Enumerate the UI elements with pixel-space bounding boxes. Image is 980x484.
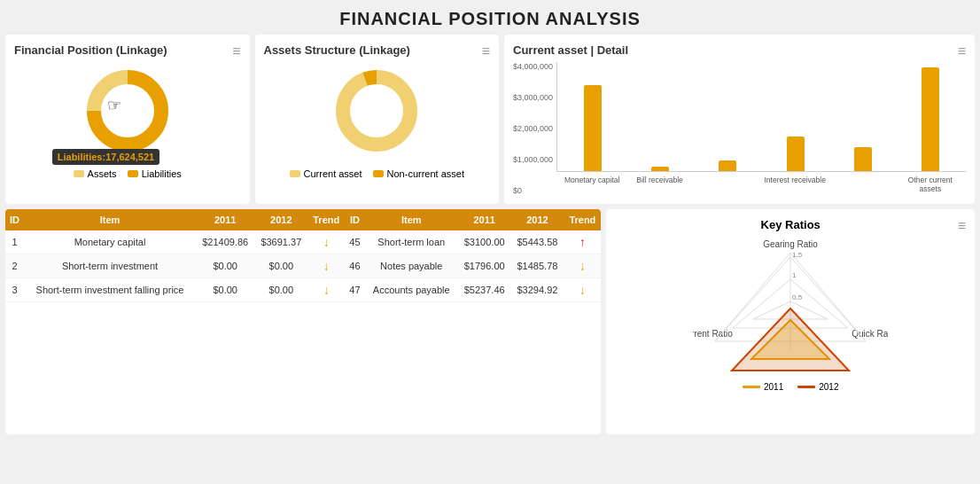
bar-rect <box>922 67 939 171</box>
bar-rect <box>651 167 669 171</box>
legend-assets: Assets <box>74 168 117 179</box>
y-label-2m: $2,000,000 <box>513 124 553 133</box>
cell-item2-3: Accounts payable <box>365 278 458 302</box>
cell-2012b-2: $1485.78 <box>511 254 564 278</box>
radar-legend: 2011 2012 <box>743 382 839 392</box>
cell-2012-2: $0.00 <box>254 254 307 278</box>
bar-rect <box>719 160 736 171</box>
cell-id2-3: 47 <box>345 278 364 302</box>
th-2011-1: 2011 <box>196 209 255 230</box>
bar-rect <box>854 147 872 171</box>
legend-liabilities-label: Liabilities <box>142 168 182 179</box>
y-label-4m: $4,000,000 <box>513 62 553 71</box>
cell-2011-3: $0.00 <box>196 278 255 302</box>
bar-label-interest: Interest receivable <box>763 176 827 193</box>
data-table-panel: ID Item 2011 2012 Trend ID Item 2011 201… <box>5 209 601 434</box>
radar-label-quick: Quick Ratio <box>852 329 888 339</box>
radar-polygon-2012 <box>732 308 849 371</box>
th-2011-2: 2011 <box>458 209 511 230</box>
th-2012-1: 2012 <box>254 209 307 230</box>
cell-item-2: Short-term investment <box>24 254 196 278</box>
legend-current: Current asset <box>290 168 362 179</box>
cell-2011b-2: $1796.00 <box>458 254 511 278</box>
cell-item-3: Short-term investment falling price <box>24 278 196 302</box>
noncurrent-dot <box>373 170 384 177</box>
table-row: 1 Monetary capital $21409.86 $3691.37 ↓ … <box>5 230 601 254</box>
cell-2011-2: $0.00 <box>196 254 255 278</box>
page-title: FINANCIAL POSITION ANALYSIS <box>0 0 980 35</box>
th-trend1: Trend <box>307 209 345 230</box>
cell-item-1: Monetary capital <box>24 230 196 254</box>
cell-2011-1: $21409.86 <box>196 230 255 254</box>
donut2-container: Current asset Non-current asset <box>264 62 491 179</box>
assets-dot <box>74 170 84 177</box>
bar-small1 <box>696 160 759 171</box>
th-item2: Item <box>365 209 458 230</box>
cell-id2-1: 45 <box>345 230 364 254</box>
cell-id-3: 3 <box>5 278 24 302</box>
donut-chart-container: Liabilities:17,624,521 ☞ Assets Liabilit… <box>14 62 241 179</box>
financial-position-title: Financial Position (Linkage) <box>14 43 241 57</box>
cell-2011b-3: $5237.46 <box>458 278 511 302</box>
radar-svg: Gearing Ratio Quick Ratio Current Ratio <box>693 235 888 377</box>
assets-structure-title: Assets Structure (Linkage) <box>264 43 491 57</box>
donut-wrapper: Liabilities:17,624,521 ☞ <box>79 62 176 160</box>
legend-noncurrent-label: Non-current asset <box>387 168 464 179</box>
donut2-legend: Current asset Non-current asset <box>290 168 464 179</box>
cell-2012-3: $0.00 <box>254 278 307 302</box>
radar-chart-container: Gearing Ratio Quick Ratio Current Ratio <box>615 235 966 392</box>
donut-svg <box>79 62 176 160</box>
trend-down-icon: ↓ <box>579 259 586 273</box>
cell-2012-1: $3691.37 <box>254 230 307 254</box>
table-row: 2 Short-term investment $0.00 $0.00 ↓ 46… <box>5 254 601 278</box>
panel1-menu-icon[interactable]: ≡ <box>232 43 240 59</box>
cell-id-1: 1 <box>5 230 24 254</box>
th-id2: ID <box>345 209 364 230</box>
cell-2012b-1: $5443.58 <box>511 230 564 254</box>
key-ratios-panel: ≡ Key Ratios Gearing Ratio Quick Ratio C… <box>606 209 975 434</box>
trend-down-icon: ↓ <box>323 235 330 249</box>
trend-down-icon: ↓ <box>579 283 586 297</box>
panel3-menu-icon[interactable]: ≡ <box>958 43 966 59</box>
cell-id-2: 2 <box>5 254 24 278</box>
donut2-svg <box>328 62 425 160</box>
y-axis-labels: $4,000,000 $3,000,000 $2,000,000 $1,000,… <box>513 62 556 195</box>
legend-2011-label: 2011 <box>764 382 783 392</box>
financial-position-panel: Financial Position (Linkage) ≡ Liabiliti… <box>5 35 250 204</box>
legend-2012-line <box>797 386 815 388</box>
cell-id2-2: 46 <box>345 254 364 278</box>
svg-point-2 <box>343 77 410 144</box>
legend-2012: 2012 <box>797 382 838 392</box>
page-container: FINANCIAL POSITION ANALYSIS Financial Po… <box>0 0 980 440</box>
donut-tooltip: Liabilities:17,624,521 <box>52 149 159 165</box>
cursor-icon: ☞ <box>107 96 121 115</box>
y-label-1m: $1,000,000 <box>513 155 553 164</box>
bar-label-empty1 <box>696 176 759 193</box>
svg-text:1.5: 1.5 <box>792 251 803 259</box>
data-table: ID Item 2011 2012 Trend ID Item 2011 201… <box>5 209 601 302</box>
key-ratios-menu-icon[interactable]: ≡ <box>958 218 966 234</box>
y-label-0: $0 <box>513 186 553 195</box>
bar-label-monetary: Monetary capital <box>560 176 624 193</box>
cell-2011b-1: $3100.00 <box>458 230 511 254</box>
liabilities-dot <box>128 170 138 177</box>
cell-2012b-3: $3294.92 <box>511 278 564 302</box>
cell-trend-3: ↓ <box>307 278 345 302</box>
donut-legend: Assets Liabilities <box>74 168 182 179</box>
bar-chart-wrapper: $4,000,000 $3,000,000 $2,000,000 $1,000,… <box>513 62 966 195</box>
svg-text:0.5: 0.5 <box>792 293 803 301</box>
legend-noncurrent: Non-current asset <box>373 168 464 179</box>
cell-trend2-3: ↓ <box>564 278 601 302</box>
tooltip-value: 17,624,521 <box>105 152 154 162</box>
trend-down-icon: ↓ <box>323 283 330 297</box>
legend-2011-line <box>743 386 760 388</box>
bar-rect <box>787 137 805 171</box>
bar-rect <box>584 85 602 171</box>
table-header-row: ID Item 2011 2012 Trend ID Item 2011 201… <box>5 209 601 230</box>
cell-trend-2: ↓ <box>307 254 345 278</box>
trend-down-icon: ↓ <box>323 259 330 273</box>
radar-label-current: Current Ratio <box>693 329 733 339</box>
panel2-menu-icon[interactable]: ≡ <box>482 43 490 59</box>
key-ratios-title: Key Ratios <box>615 218 966 231</box>
cell-trend-1: ↓ <box>307 230 345 254</box>
